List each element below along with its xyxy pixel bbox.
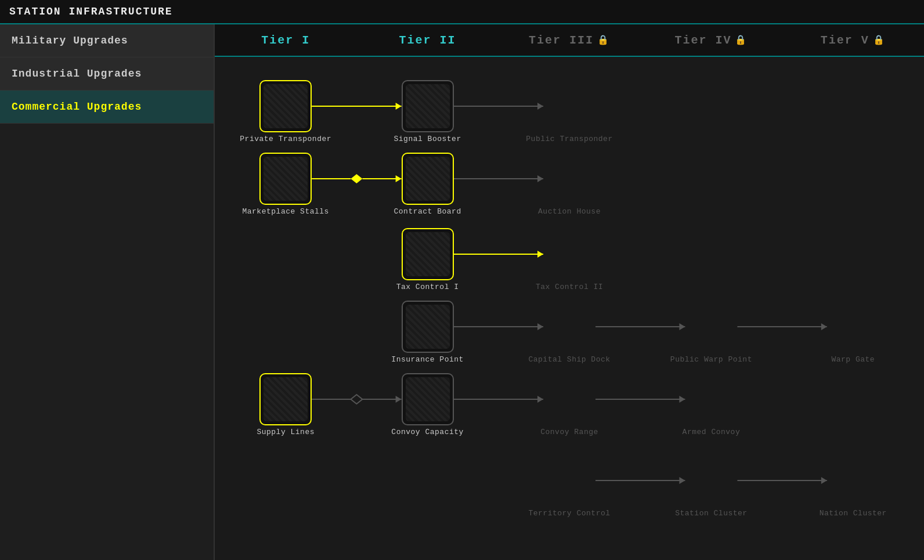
node-label-auction-house: Auction House [511,207,627,216]
svg-marker-23 [537,396,543,403]
svg-marker-25 [679,396,685,403]
svg-marker-1 [396,103,402,110]
svg-marker-15 [679,323,685,330]
node-box-insurance-point[interactable] [402,301,454,353]
svg-marker-20 [351,395,362,404]
node-label-tax-control-i: Tax Control I [370,283,486,291]
svg-marker-17 [821,323,827,330]
tier-4-lock-icon: 🔒 [735,34,748,46]
svg-marker-29 [821,477,827,484]
node-box-tax-control-i[interactable] [402,228,454,280]
svg-marker-27 [679,477,685,484]
node-label-insurance-point: Insurance Point [370,355,486,364]
node-box-inner [406,305,450,349]
node-label-private-transponder: Private Transponder [228,135,344,143]
sidebar-item-military[interactable]: Military Upgrades [0,24,214,57]
tier-5-lock-icon: 🔒 [873,34,886,46]
tier-1-header: Tier I [215,34,356,47]
tier-3-lock-icon: 🔒 [597,34,610,46]
svg-marker-7 [396,175,402,182]
node-box-inner [264,84,308,128]
node-box-inner [406,232,450,276]
sidebar-item-commercial[interactable]: Commercial Upgrades [0,91,214,124]
svg-marker-21 [396,396,402,403]
sidebar: Military Upgrades Industrial Upgrades Co… [0,24,215,560]
node-label-marketplace-stalls: Marketplace Stalls [228,207,344,216]
node-label-signal-booster: Signal Booster [370,135,486,143]
node-label-territory-control: Territory Control [511,509,627,518]
node-label-contract-board: Contract Board [370,207,486,216]
node-label-capital-ship-dock: Capital Ship Dock [511,355,627,364]
connector-svg [215,57,924,560]
node-label-station-cluster: Station Cluster [653,509,769,518]
node-box-inner [406,157,450,201]
node-box-marketplace-stalls[interactable] [259,153,312,205]
node-box-private-transponder[interactable] [259,80,312,132]
node-label-supply-lines: Supply Lines [228,428,344,436]
node-label-nation-cluster: Nation Cluster [795,509,911,518]
tier-3-header: Tier III 🔒 [499,34,640,47]
tier-header-row: Tier I Tier II Tier III 🔒 Tier IV 🔒 Tier… [215,24,924,57]
node-label-warp-gate: Warp Gate [795,355,911,364]
tier-4-header: Tier IV 🔒 [640,34,782,47]
node-label-convoy-range: Convoy Range [511,428,627,436]
svg-marker-6 [351,174,362,183]
svg-marker-3 [537,103,543,110]
node-box-signal-booster[interactable] [402,80,454,132]
content-area: Tier I Tier II Tier III 🔒 Tier IV 🔒 Tier… [215,24,924,560]
tier-2-header: Tier II [356,34,498,47]
node-box-inner [264,157,308,201]
sidebar-item-industrial[interactable]: Industrial Upgrades [0,57,214,91]
node-label-convoy-capacity: Convoy Capacity [370,428,486,436]
node-label-public-warp-point: Public Warp Point [653,355,769,364]
svg-marker-11 [537,251,543,258]
node-box-convoy-capacity[interactable] [402,373,454,425]
app-title-bar: STATION INFRASTRUCTURE [0,0,924,24]
main-layout: Military Upgrades Industrial Upgrades Co… [0,24,924,560]
svg-marker-9 [537,175,543,182]
svg-marker-13 [537,323,543,330]
upgrade-tree: Private TransponderSignal BoosterPublic … [215,57,924,560]
node-box-contract-board[interactable] [402,153,454,205]
node-box-inner [264,377,308,421]
node-label-public-transponder: Public Transponder [511,135,627,143]
app-title: STATION INFRASTRUCTURE [9,6,173,17]
node-box-inner [406,377,450,421]
node-label-tax-control-ii: Tax Control II [511,283,627,291]
node-box-supply-lines[interactable] [259,373,312,425]
node-box-inner [406,84,450,128]
node-label-armed-convoy: Armed Convoy [653,428,769,436]
tier-5-header: Tier V 🔒 [782,34,924,47]
